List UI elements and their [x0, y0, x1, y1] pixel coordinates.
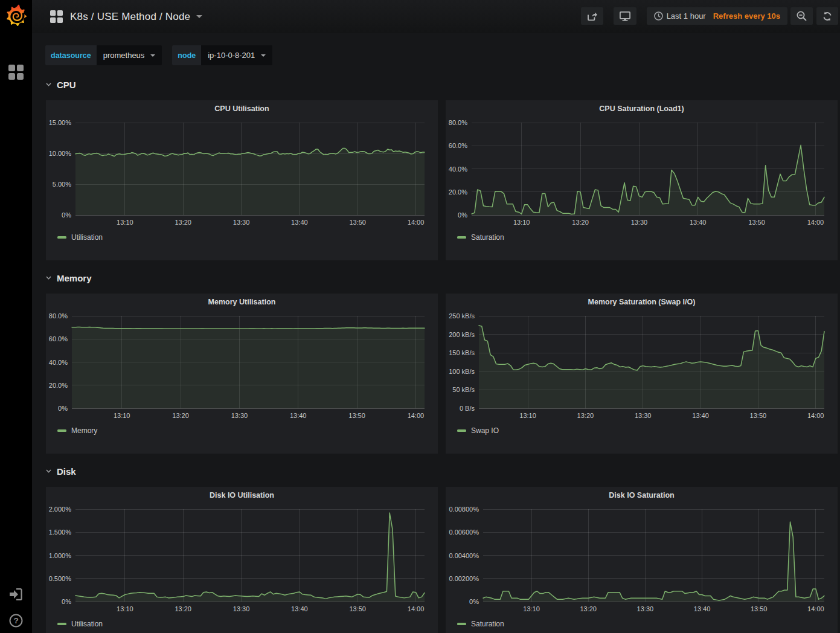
series-line: [75, 513, 425, 599]
variable-datasource-value[interactable]: prometheus: [97, 45, 162, 65]
chevron-down-icon: [46, 469, 51, 473]
y-tick-label: 0.00600%: [449, 529, 479, 536]
legend-series-label[interactable]: Swap IO: [471, 426, 499, 435]
x-tick-label: 14:00: [408, 605, 425, 612]
time-series-graph[interactable]: 0%20.0%40.0%60.0%80.0%13:1013:2013:3013:…: [446, 100, 838, 260]
legend-series-label[interactable]: Saturation: [471, 233, 504, 242]
x-tick-label: 13:20: [172, 412, 189, 419]
x-tick-label: 13:40: [692, 412, 709, 419]
time-picker-button[interactable]: Last 1 hour Refresh every 10s: [647, 7, 787, 25]
x-tick-label: 13:30: [635, 412, 652, 419]
time-series-graph[interactable]: 0%0.500%1.000%1.500%2.000%13:1013:2013:3…: [46, 487, 438, 633]
x-tick-label: 13:50: [751, 605, 768, 612]
legend-series-label[interactable]: Memory: [71, 426, 97, 435]
legend: Saturation: [457, 232, 504, 243]
grafana-app: ? K8s / USE Method / Node: [0, 0, 840, 633]
time-series-graph[interactable]: 0%20.0%40.0%60.0%80.0%13:1013:2013:3013:…: [46, 294, 438, 454]
navbar: K8s / USE Method / Node: [32, 0, 840, 33]
y-tick-label: 80.0%: [49, 312, 68, 320]
y-tick-label: 10.00%: [49, 150, 72, 157]
legend: Utilisation: [57, 232, 103, 243]
share-button[interactable]: [581, 7, 603, 25]
monitor-icon: [620, 11, 630, 21]
x-tick-label: 13:20: [577, 412, 594, 419]
y-tick-label: 80.0%: [449, 119, 467, 126]
x-tick-label: 13:30: [231, 412, 248, 419]
x-tick-label: 13:40: [290, 412, 307, 419]
legend-series-label[interactable]: Saturation: [471, 620, 504, 628]
time-series-graph[interactable]: 0%0.00200%0.00400%0.00600%0.00800%13:101…: [446, 487, 838, 633]
x-tick-label: 13:50: [348, 412, 365, 419]
x-tick-label: 13:10: [519, 412, 536, 419]
x-tick-label: 14:00: [408, 412, 425, 419]
x-tick-label: 13:50: [750, 412, 767, 419]
x-tick-label: 13:20: [175, 605, 191, 612]
help-icon[interactable]: ?: [9, 614, 23, 628]
section-header-disk[interactable]: Disk: [46, 464, 76, 478]
section-header-memory[interactable]: Memory: [46, 271, 92, 285]
legend: Swap IO: [457, 425, 499, 436]
cycle-view-button[interactable]: [614, 7, 636, 25]
x-tick-label: 14:00: [807, 219, 824, 226]
y-tick-label: 0%: [469, 598, 479, 605]
dashboards-icon[interactable]: [8, 64, 24, 80]
svg-text:?: ?: [13, 616, 18, 625]
refresh-icon: [822, 11, 832, 21]
chevron-down-icon: [46, 276, 51, 280]
section-title: Disk: [57, 466, 76, 477]
y-tick-label: 20.0%: [49, 382, 68, 389]
x-tick-label: 13:30: [233, 219, 250, 226]
series-fill: [75, 513, 425, 602]
section-title: Memory: [57, 273, 92, 283]
y-tick-label: 0.500%: [49, 575, 72, 582]
refresh-button[interactable]: [816, 7, 838, 25]
section-title: CPU: [57, 80, 76, 90]
legend-swatch: [57, 429, 66, 432]
y-tick-label: 20.0%: [449, 188, 467, 196]
y-tick-label: 0%: [458, 211, 467, 219]
sign-in-icon[interactable]: [10, 588, 22, 600]
variable-datasource-label: datasource: [45, 45, 97, 65]
x-tick-label: 13:30: [233, 605, 250, 612]
legend-swatch: [57, 236, 66, 239]
y-tick-label: 60.0%: [49, 335, 68, 342]
y-tick-label: 250 kB/s: [449, 312, 475, 320]
time-series-graph[interactable]: 0 B/s50 kB/s100 kB/s150 kB/s200 kB/s250 …: [446, 294, 838, 454]
x-tick-label: 14:00: [807, 605, 824, 612]
x-tick-label: 13:40: [690, 219, 707, 226]
series-fill: [483, 522, 824, 602]
y-tick-label: 0.00200%: [449, 575, 479, 582]
legend-swatch: [457, 429, 466, 432]
variable-node-label: node: [172, 45, 201, 65]
legend-series-label[interactable]: Utilisation: [71, 620, 103, 628]
y-tick-label: 60.0%: [449, 142, 467, 149]
dashboard-title[interactable]: K8s / USE Method / Node: [70, 11, 202, 23]
grafana-logo[interactable]: [4, 3, 29, 28]
dashboard-variables: datasource prometheus node ip-10-0-8-201: [45, 45, 283, 65]
chevron-down-icon: [46, 83, 51, 86]
variable-node: node ip-10-0-8-201: [172, 45, 272, 65]
dashboard-grid-icon: [50, 10, 63, 23]
x-tick-label: 13:10: [117, 219, 133, 226]
y-tick-label: 1.500%: [49, 529, 72, 536]
series-fill: [72, 327, 425, 408]
legend-swatch: [457, 623, 466, 625]
x-tick-label: 13:10: [523, 605, 540, 612]
zoom-out-button[interactable]: [790, 7, 813, 25]
zoom-out-icon: [797, 11, 807, 21]
y-tick-label: 50 kB/s: [452, 386, 475, 393]
x-tick-label: 13:50: [349, 605, 366, 612]
variable-node-value[interactable]: ip-10-0-8-201: [201, 45, 272, 65]
time-series-graph[interactable]: 0%5.00%10.00%15.00%13:1013:2013:3013:401…: [46, 100, 438, 260]
y-tick-label: 5.00%: [53, 181, 71, 188]
y-tick-label: 150 kB/s: [449, 349, 475, 356]
x-tick-label: 13:40: [291, 605, 308, 612]
panel-disk-io-saturation: Disk IO Saturation0%0.00200%0.00400%0.00…: [446, 487, 838, 633]
x-tick-label: 13:50: [748, 219, 765, 226]
panel-cpu-utilisation: CPU Utilisation0%5.00%10.00%15.00%13:101…: [46, 100, 438, 260]
y-tick-label: 200 kB/s: [449, 331, 475, 338]
legend-swatch: [457, 236, 466, 239]
section-header-cpu[interactable]: CPU: [46, 77, 76, 92]
panel-disk-io-utilisation: Disk IO Utilisation0%0.500%1.000%1.500%2…: [46, 487, 438, 633]
legend-series-label[interactable]: Utilisation: [71, 233, 103, 242]
